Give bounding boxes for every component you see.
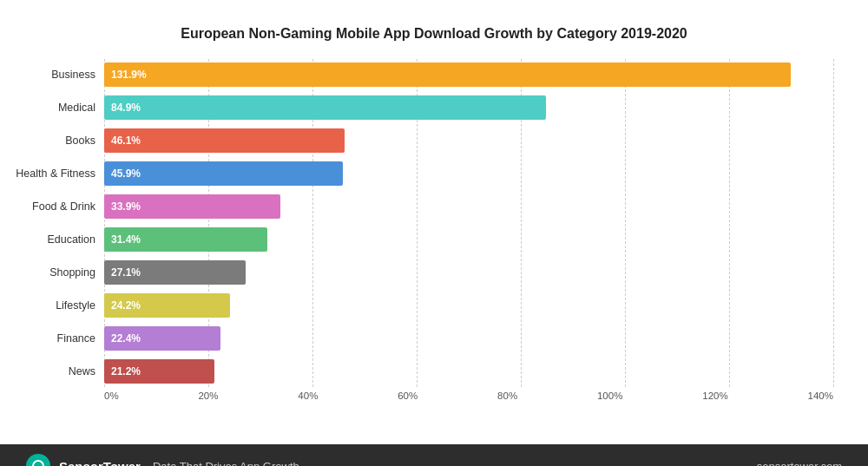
category-label: Business [0, 69, 95, 81]
category-label: Books [0, 135, 95, 147]
bar-value-label: 27.1% [111, 266, 141, 279]
logo-inner [32, 460, 44, 466]
bar-row: Lifestyle24.2% [104, 290, 833, 321]
bar-row: Books46.1% [104, 125, 833, 156]
bar: 84.9% [104, 95, 546, 120]
bar-value-label: 24.2% [111, 299, 141, 312]
bar-value-label: 46.1% [111, 135, 141, 147]
bar: 24.2% [104, 293, 230, 318]
bar-value-label: 33.9% [111, 200, 141, 213]
bar-row: Food & Drink33.9% [104, 191, 833, 222]
footer-left: SensorTower Data That Drives App Growth [26, 454, 299, 466]
bar: 46.1% [104, 128, 345, 153]
x-axis: 0%20%40%60%80%100%120%140% [104, 391, 833, 401]
bar: 33.9% [104, 194, 280, 219]
bar-value-label: 22.4% [111, 332, 141, 345]
bar-row: Shopping27.1% [104, 257, 833, 288]
footer-brand: SensorTower [59, 459, 141, 467]
footer-tagline: Data That Drives App Growth [153, 460, 299, 467]
bar-row: Health & Fitness45.9% [104, 158, 833, 189]
chart-title: European Non-Gaming Mobile App Download … [35, 26, 833, 42]
category-label: Food & Drink [0, 200, 95, 213]
bar: 21.2% [104, 359, 214, 384]
category-label: Finance [0, 332, 95, 345]
footer: SensorTower Data That Drives App Growth … [0, 444, 868, 466]
bar: 31.4% [104, 227, 267, 252]
category-label: Lifestyle [0, 299, 95, 312]
x-axis-label: 20% [198, 391, 218, 401]
category-label: Education [0, 233, 95, 246]
bar-row: News21.2% [104, 356, 833, 387]
bar: 22.4% [104, 326, 220, 351]
bar: 45.9% [104, 161, 343, 186]
bars-wrapper: Business131.9%Medical84.9%Books46.1%Heal… [104, 59, 833, 387]
x-axis-label: 80% [497, 391, 517, 401]
x-axis-label: 60% [398, 391, 418, 401]
bar-row: Medical84.9% [104, 92, 833, 123]
footer-url: sensortower.com [757, 460, 842, 467]
bar-value-label: 84.9% [111, 102, 141, 114]
bar-value-label: 131.9% [111, 69, 147, 81]
x-axis-label: 140% [808, 391, 833, 401]
bar: 27.1% [104, 260, 246, 285]
x-axis-label: 40% [298, 391, 318, 401]
bar-value-label: 21.2% [111, 365, 141, 377]
category-label: News [0, 365, 95, 377]
category-label: Shopping [0, 266, 95, 279]
bar-row: Education31.4% [104, 224, 833, 255]
x-axis-label: 0% [104, 391, 119, 401]
bar-row: Business131.9% [104, 59, 833, 90]
sensortower-logo-icon [26, 454, 50, 466]
x-axis-label: 120% [702, 391, 727, 401]
category-label: Medical [0, 102, 95, 114]
bar-value-label: 31.4% [111, 233, 141, 246]
bar: 131.9% [104, 62, 791, 87]
x-axis-label: 100% [597, 391, 622, 401]
bar-value-label: 45.9% [111, 167, 141, 180]
chart-container: European Non-Gaming Mobile App Download … [0, 0, 868, 444]
category-label: Health & Fitness [0, 167, 95, 180]
bar-row: Finance22.4% [104, 323, 833, 354]
